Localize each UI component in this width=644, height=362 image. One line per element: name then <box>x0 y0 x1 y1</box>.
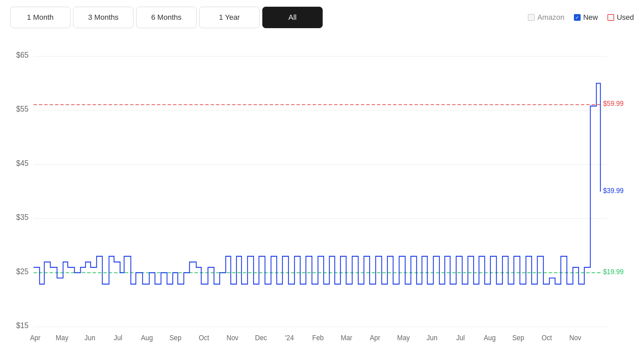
btn-6months[interactable]: 6 Months <box>136 7 197 28</box>
svg-text:May: May <box>56 334 68 342</box>
svg-text:May: May <box>397 334 410 342</box>
legend-used[interactable]: Used <box>607 13 634 22</box>
svg-text:Jul: Jul <box>456 334 465 342</box>
chart-area: $65 $55 $45 $35 $25 $15 $59.99 $19.9 <box>10 35 634 355</box>
price-chart: $65 $55 $45 $35 $25 $15 $59.99 $19.9 <box>10 35 634 355</box>
main-container: 1 Month 3 Months 6 Months 1 Year All Ama… <box>0 0 644 362</box>
svg-text:Nov: Nov <box>226 334 238 342</box>
btn-3months[interactable]: 3 Months <box>73 7 133 28</box>
svg-text:Nov: Nov <box>569 334 581 342</box>
amazon-label: Amazon <box>537 13 565 22</box>
legend: Amazon New Used <box>528 13 634 22</box>
svg-text:$65: $65 <box>16 50 29 59</box>
svg-text:$59.99: $59.99 <box>603 100 624 108</box>
used-label: Used <box>617 13 634 22</box>
svg-text:$15: $15 <box>16 321 29 330</box>
legend-amazon[interactable]: Amazon <box>528 13 565 22</box>
amazon-checkbox[interactable] <box>528 14 535 21</box>
svg-text:Apr: Apr <box>30 334 40 342</box>
svg-text:Dec: Dec <box>255 334 267 342</box>
btn-all[interactable]: All <box>262 7 323 28</box>
toolbar: 1 Month 3 Months 6 Months 1 Year All Ama… <box>10 7 634 28</box>
svg-text:$55: $55 <box>16 105 29 114</box>
new-label: New <box>583 13 598 22</box>
svg-text:Jun: Jun <box>427 334 437 342</box>
time-buttons: 1 Month 3 Months 6 Months 1 Year All <box>10 7 323 28</box>
btn-1year[interactable]: 1 Year <box>199 7 260 28</box>
svg-text:Mar: Mar <box>341 334 353 342</box>
svg-text:$39.99: $39.99 <box>603 186 624 194</box>
svg-text:$19.99: $19.99 <box>603 267 624 276</box>
svg-text:$45: $45 <box>16 159 29 168</box>
svg-text:Oct: Oct <box>541 334 552 342</box>
new-checkbox[interactable] <box>574 14 581 21</box>
svg-text:Sep: Sep <box>512 334 524 342</box>
svg-text:Feb: Feb <box>312 334 324 342</box>
svg-text:Aug: Aug <box>141 334 153 342</box>
legend-new[interactable]: New <box>574 13 598 22</box>
svg-text:Sep: Sep <box>169 334 181 342</box>
used-checkbox[interactable] <box>607 14 614 21</box>
svg-text:Oct: Oct <box>199 334 209 342</box>
svg-text:$25: $25 <box>16 267 29 276</box>
svg-text:Jul: Jul <box>114 334 122 342</box>
svg-text:Jun: Jun <box>85 334 95 342</box>
btn-1month[interactable]: 1 Month <box>10 7 70 28</box>
svg-text:Apr: Apr <box>370 334 380 342</box>
svg-text:$35: $35 <box>16 213 29 222</box>
svg-text:'24: '24 <box>285 334 294 342</box>
svg-text:Aug: Aug <box>484 334 496 342</box>
